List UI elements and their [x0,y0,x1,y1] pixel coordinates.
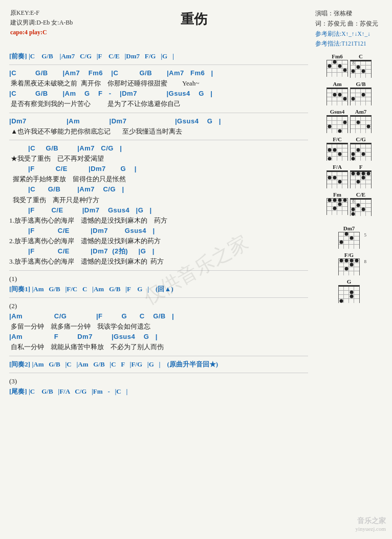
v1-chord2: |C G/B |Am G F - |Dm7 |Gsus4 G | [9,89,308,99]
chord-c: C [350,53,372,78]
ch-lyric2: 握紧的手始终要放 留得住的只是怅然 [9,174,308,184]
chord-pair-9: G [311,278,387,303]
chord-fm: Fm [326,191,348,216]
interlude2-line: [间奏2] |Am G/B |C |Am G/B |C F |F/G |G | … [9,359,308,370]
chord-fc: F/C [326,136,348,161]
v2-chord1: |Dm7 |Am |Dm7 |Gsus4 G | [9,116,308,126]
chord-pair-5: F/A [311,164,387,188]
header: 原KEY:E-F 建议男调:D-Eb 女:A-Bb capo:4 play:C … [5,5,387,49]
chord-diagrams: Fm6 [311,51,387,398]
verse2-section: |Dm7 |Am |Dm7 |Gsus4 G | ▲也许我还不够能力把你彻底忘记… [9,116,308,137]
v2-lyric1: ▲也许我还不够能力把你彻底忘记 至少我懂适当时离去 [9,126,308,137]
outro-line: [尾奏] |C G/B |F/A C/G |Fm - |C | [9,386,308,397]
singer: 演唱：张栋樑 [315,8,382,18]
sheet-music: [前奏] |C G/B |Am7 C/G |F C/E |Dm7 F/G |G … [5,51,311,398]
ch-lyric6: 3.放手逃离伤心的海岸 遗憾的是没找到麻木的 药方 [9,256,308,267]
chord-fm6: Fm6 [326,53,348,78]
chord-dm7: Dm7 [338,225,360,249]
intro-label: [前奏] |C G/B |Am7 C/G |F C/E |Dm7 F/G |G … [9,51,308,61]
verse1-section: |C G/B |Am7 Fm6 |C G/B |Am7 Fm6 | 乘着黑夜还未… [9,68,308,110]
ch-lyric3: 我受了重伤 离开只是种疗方 [9,195,308,205]
chord-f: F [350,164,372,188]
credits: 演唱：张栋樑 词：苏俊元 曲：苏俊元 参考刷法:X↑_↑↓X↑_↓ 参考指法:T… [315,8,382,49]
chord-pair-4: F/C [311,136,387,161]
chorus-section: |C G/B |Am7 C/G | ★我受了重伤 已不再对爱渴望 |F C/E … [9,143,308,267]
chord-gb: G/B [350,81,372,105]
interlude2-section: [间奏2] |Am G/B |C |Am G/B |C F |F/G |G | … [9,359,308,370]
chord-pair-2: Am [311,81,387,105]
part3-section: (3) [尾奏] |C G/B |F/A C/G |Fm - |C | [9,376,308,397]
ch-lyric5: 2.放手逃离伤心的海岸 遗憾的是没找到麻木的药方 [9,236,308,246]
p2-chord1: |Am C/G |F G C G/B | [9,311,308,321]
p2-lyric2: 自私一分钟 就能从痛苦中释放 不必为了别人而伤 [9,342,308,352]
capo-info: capo:4 play:C [10,28,73,37]
ch-chord4: |F C/E |Dm7 Gsus4 |G | [9,205,308,215]
chord-pair-7: Dm7 [311,225,387,249]
ch-chord2: |F C/E |Dm7 G | [9,164,308,174]
main-content: [前奏] |C G/B |Am7 C/G |F C/E |Dm7 F/G |G … [5,51,387,398]
p2-lyric1: 多留一分钟 就多痛一分钟 我该学会如何遗忘 [9,321,308,332]
song-title: 重伤 [73,8,315,28]
key-info: 原KEY:E-F 建议男调:D-Eb 女:A-Bb capo:4 play:C [10,8,73,38]
chord-cg: C/G [350,136,372,161]
v1-lyric2: 是否有察觉到我的一片苦心 是为了不让你逃避你自己 [9,99,308,109]
chord-pair-6: Fm [311,191,387,216]
v1-chord1: |C G/B |Am7 Fm6 |C G/B |Am7 Fm6 | [9,68,308,78]
suggest-key: 建议男调:D-Eb 女:A-Bb [10,18,73,28]
chord-pair-1: Fm6 [311,53,387,78]
ch-lyric4: 1.放手逃离伤心的海岸 遗憾的是没找到麻木的 药方 [9,215,308,226]
interlude1-line: [间奏1] |Am G/B |F/C C |Am G/B |F G | (回▲) [9,284,308,294]
intro-section: [前奏] |C G/B |Am7 C/G |F C/E |Dm7 F/G |G … [9,51,308,61]
ch-chord3: |C G/B |Am7 C/G | [9,184,308,195]
lyricist-composer: 词：苏俊元 曲：苏俊元 [315,18,382,29]
strum-pattern-1: 参考刷法:X↑_↑↓X↑_↓ [315,29,382,39]
ch-lyric1: ★我受了重伤 已不再对爱渴望 [9,154,308,164]
ch-chord6: |F C/E |Dm7 (2拍) |G | [9,246,308,256]
ch-chord1: |C G/B |Am7 C/G | [9,143,308,154]
chord-am: Am [326,81,348,105]
chord-fg: F/G [338,252,360,275]
key-line: 原KEY:E-F [10,8,73,18]
chord-pair-8: F/G [311,252,387,275]
part3-label: (3) [9,376,308,386]
chord-am7: Am7 [350,109,372,133]
p2-chord2: |Am F Dm7 |Gsus4 G | [9,332,308,342]
strum-pattern-2: 参考指法:T121T121 [315,39,382,49]
bottom-logo: 音乐之家 yinyuezj.com [355,516,386,532]
part1-section: (1) [间奏1] |Am G/B |F/C C |Am G/B |F G | … [9,274,308,294]
chord-gsus4: Gsus4 [326,109,348,133]
v1-lyric1: 乘着黑夜还未破晓之前 离开你 你那时还睡得很甜蜜 Yeah~ [9,78,308,89]
chord-fa: F/A [326,164,348,188]
ch-chord5: |F C/E |Dm7 Gsus4 | [9,226,308,236]
part2-label: (2) [9,301,308,311]
part2-section: (2) |Am C/G |F G C G/B | 多留一分钟 就多痛一分钟 我该… [9,301,308,353]
chord-g: G [338,278,360,303]
part1-label: (1) [9,274,308,284]
chord-ce: C/E [350,191,372,216]
chord-pair-3: Gsus4 [311,109,387,133]
